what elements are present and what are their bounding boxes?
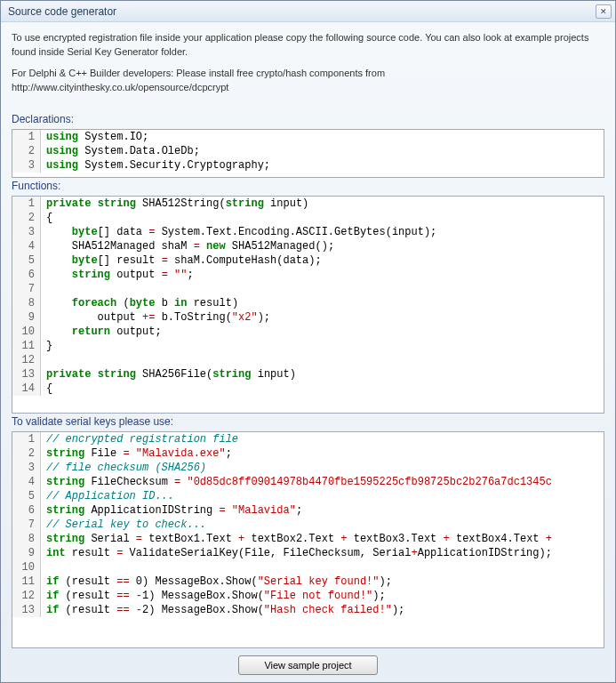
gutter: 13 — [12, 367, 41, 382]
gutter: 5 — [12, 489, 41, 503]
close-button[interactable]: ✕ — [596, 4, 612, 19]
code-line: 1// encrypted registration file — [12, 432, 604, 446]
footer: View sample project — [12, 648, 604, 675]
gutter: 1 — [12, 130, 41, 144]
code-cell[interactable]: output += b.ToString("x2"); — [41, 310, 604, 325]
code-line: 2using System.Data.OleDb; — [12, 144, 604, 158]
code-line: 14{ — [12, 382, 604, 396]
gutter: 4 — [12, 239, 41, 253]
code-cell[interactable]: if (result == 0) MessageBox.Show("Serial… — [41, 575, 604, 589]
code-line: 9int result = ValidateSerialKey(File, Fi… — [12, 546, 604, 560]
declarations-code: 1using System.IO;2using System.Data.OleD… — [12, 130, 604, 173]
validation-code: 1// encrypted registration file2string F… — [12, 432, 604, 617]
code-cell[interactable] — [41, 560, 604, 575]
gutter: 8 — [12, 532, 41, 546]
code-cell[interactable]: if (result == -2) MessageBox.Show("Hash … — [41, 603, 604, 617]
code-line: 12if (result == -1) MessageBox.Show("Fil… — [12, 589, 604, 603]
window: Source code generator ✕ To use encrypted… — [0, 0, 616, 683]
code-cell[interactable]: if (result == -1) MessageBox.Show("File … — [41, 589, 604, 603]
code-line: 13private string SHA256File(string input… — [12, 367, 604, 382]
gutter: 3 — [12, 461, 41, 475]
code-line: 11if (result == 0) MessageBox.Show("Seri… — [12, 575, 604, 589]
code-line: 13if (result == -2) MessageBox.Show("Has… — [12, 603, 604, 617]
gutter: 13 — [12, 603, 41, 617]
code-line: 3 byte[] data = System.Text.Encoding.ASC… — [12, 225, 604, 239]
intro-paragraph-1: To use encrypted registration file insid… — [12, 31, 604, 60]
code-cell[interactable]: private string SHA256File(string input) — [41, 367, 604, 382]
code-cell[interactable]: byte[] data = System.Text.Encoding.ASCII… — [41, 225, 604, 239]
code-line: 2string File = "Malavida.exe"; — [12, 446, 604, 461]
gutter: 2 — [12, 211, 41, 225]
code-cell[interactable]: // Serial key to check... — [41, 518, 604, 532]
declarations-label: Declarations: — [12, 113, 604, 125]
code-line: 12 — [12, 353, 604, 367]
functions-code: 1private string SHA512String(string inpu… — [12, 197, 604, 396]
code-line: 1using System.IO; — [12, 130, 604, 144]
functions-code-box[interactable]: 1private string SHA512String(string inpu… — [12, 196, 604, 414]
code-cell[interactable]: using System.IO; — [41, 130, 604, 144]
code-cell[interactable]: int result = ValidateSerialKey(File, Fil… — [41, 546, 604, 560]
gutter: 6 — [12, 268, 41, 282]
code-line: 6 string output = ""; — [12, 268, 604, 282]
code-line: 3using System.Security.Cryptography; — [12, 158, 604, 173]
gutter: 6 — [12, 503, 41, 518]
gutter: 7 — [12, 518, 41, 532]
intro-paragraph-2: For Delphi & C++ Builder developers: Ple… — [12, 67, 604, 95]
code-line: 7// Serial key to check... — [12, 518, 604, 532]
gutter: 11 — [12, 575, 41, 589]
code-line: 8string Serial = textBox1.Text + textBox… — [12, 532, 604, 546]
code-cell[interactable]: string File = "Malavida.exe"; — [41, 446, 604, 461]
window-title: Source code generator — [8, 5, 596, 18]
code-cell[interactable]: string Serial = textBox1.Text + textBox2… — [41, 532, 604, 546]
gutter: 9 — [12, 310, 41, 325]
content-area: To use encrypted registration file insid… — [1, 22, 615, 682]
code-cell[interactable]: } — [41, 339, 604, 353]
code-cell[interactable]: // Application ID... — [41, 489, 604, 503]
code-cell[interactable]: string ApplicationIDString = "Malavida"; — [41, 503, 604, 518]
titlebar: Source code generator ✕ — [1, 1, 615, 22]
code-cell[interactable]: using System.Security.Cryptography; — [41, 158, 604, 173]
code-line: 4string FileChecksum = "0d85dc8ff0901497… — [12, 475, 604, 489]
code-line: 8 foreach (byte b in result) — [12, 296, 604, 310]
code-cell[interactable] — [41, 353, 604, 367]
code-line: 6string ApplicationIDString = "Malavida"… — [12, 503, 604, 518]
code-line: 3// file checksum (SHA256) — [12, 461, 604, 475]
code-cell[interactable]: return output; — [41, 325, 604, 339]
gutter: 12 — [12, 589, 41, 603]
validation-label: To validate serial keys please use: — [12, 415, 604, 428]
code-cell[interactable]: // encrypted registration file — [41, 432, 604, 446]
code-line: 2{ — [12, 211, 604, 225]
code-cell[interactable]: { — [41, 382, 604, 396]
code-cell[interactable] — [41, 282, 604, 296]
gutter: 2 — [12, 446, 41, 461]
declarations-code-box[interactable]: 1using System.IO;2using System.Data.OleD… — [12, 129, 604, 178]
code-cell[interactable]: // file checksum (SHA256) — [41, 461, 604, 475]
code-line: 9 output += b.ToString("x2"); — [12, 310, 604, 325]
code-cell[interactable]: SHA512Managed shaM = new SHA512Managed()… — [41, 239, 604, 253]
view-sample-button[interactable]: View sample project — [238, 655, 377, 675]
gutter: 11 — [12, 339, 41, 353]
gutter: 9 — [12, 546, 41, 560]
gutter: 10 — [12, 325, 41, 339]
gutter: 8 — [12, 296, 41, 310]
code-cell[interactable]: string FileChecksum = "0d85dc8ff09014978… — [41, 475, 604, 489]
code-cell[interactable]: private string SHA512String(string input… — [41, 197, 604, 211]
code-line: 4 SHA512Managed shaM = new SHA512Managed… — [12, 239, 604, 253]
code-cell[interactable]: byte[] result = shaM.ComputeHash(data); — [41, 253, 604, 268]
code-line: 10 — [12, 560, 604, 575]
gutter: 12 — [12, 353, 41, 367]
gutter: 3 — [12, 158, 41, 173]
validation-code-box[interactable]: 1// encrypted registration file2string F… — [12, 431, 604, 648]
code-cell[interactable]: { — [41, 211, 604, 225]
code-cell[interactable]: string output = ""; — [41, 268, 604, 282]
intro-text: To use encrypted registration file insid… — [12, 31, 604, 102]
code-line: 5// Application ID... — [12, 489, 604, 503]
code-cell[interactable]: foreach (byte b in result) — [41, 296, 604, 310]
code-cell[interactable]: using System.Data.OleDb; — [41, 144, 604, 158]
gutter: 4 — [12, 475, 41, 489]
code-line: 1private string SHA512String(string inpu… — [12, 197, 604, 211]
code-line: 11} — [12, 339, 604, 353]
close-icon: ✕ — [600, 7, 607, 16]
gutter: 5 — [12, 253, 41, 268]
code-line: 10 return output; — [12, 325, 604, 339]
